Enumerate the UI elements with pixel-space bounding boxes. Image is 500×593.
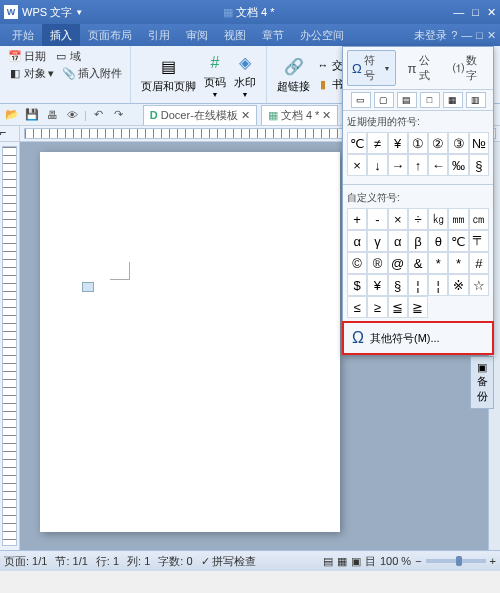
symbol-cell[interactable]: * — [428, 252, 448, 274]
preset-5[interactable]: ▦ — [443, 92, 463, 108]
symbol-cell[interactable]: ② — [428, 132, 448, 154]
date-button[interactable]: 📅日期 — [6, 48, 48, 65]
menu-view[interactable]: 视图 — [216, 24, 254, 46]
symbol-cell[interactable]: α — [347, 230, 367, 252]
symbol-cell[interactable]: ① — [408, 132, 428, 154]
symbol-cell[interactable]: ※ — [448, 274, 468, 296]
attach-button[interactable]: 📎插入附件 — [60, 65, 124, 82]
symbol-cell[interactable]: ≤ — [347, 296, 367, 318]
symbol-cell[interactable]: ¥ — [388, 132, 408, 154]
symbol-cell[interactable]: → — [388, 154, 408, 176]
symbol-cell[interactable]: ¦ — [408, 274, 428, 296]
tab-close-icon-2[interactable]: ✕ — [322, 109, 331, 122]
status-chars[interactable]: 字数: 0 — [158, 554, 192, 569]
status-section[interactable]: 节: 1/1 — [55, 554, 87, 569]
symbol-cell[interactable]: * — [448, 252, 468, 274]
view-icon-1[interactable]: ▤ — [323, 555, 333, 568]
tab-docer[interactable]: DDocer-在线模板✕ — [143, 105, 257, 125]
view-icon-4[interactable]: 目 — [365, 554, 376, 569]
symbol-cell[interactable]: ≥ — [367, 296, 387, 318]
symbol-cell[interactable]: - — [367, 208, 387, 230]
restore-icon[interactable]: □ — [476, 29, 483, 41]
symbol-cell[interactable]: ℃ — [448, 230, 468, 252]
header-footer-button[interactable]: ▤页眉和页脚 — [137, 54, 200, 96]
app-menu-arrow[interactable]: ▼ — [75, 8, 83, 17]
redo-icon[interactable]: ↷ — [111, 107, 127, 123]
symbol-cell[interactable]: ¥ — [367, 274, 387, 296]
symbol-cell[interactable]: ☆ — [469, 274, 489, 296]
close-icon-2[interactable]: ✕ — [487, 29, 496, 42]
ruler-v-scale[interactable] — [2, 146, 17, 546]
symbol-cell[interactable]: ‰ — [448, 154, 468, 176]
symbol-cell[interactable]: × — [347, 154, 367, 176]
preset-3[interactable]: ▤ — [397, 92, 417, 108]
preset-2[interactable]: ▢ — [374, 92, 394, 108]
menu-insert[interactable]: 插入 — [42, 24, 80, 46]
symbol-cell[interactable]: ≦ — [388, 296, 408, 318]
symbol-cell[interactable]: ℃ — [347, 132, 367, 154]
preset-4[interactable]: □ — [420, 92, 440, 108]
preset-1[interactable]: ▭ — [351, 92, 371, 108]
view-icon-3[interactable]: ▣ — [351, 555, 361, 568]
symbol-cell[interactable]: 〒 — [469, 230, 489, 252]
tab-doc4[interactable]: ▦文档 4 *✕ — [261, 105, 339, 125]
document-page[interactable] — [40, 152, 340, 532]
status-spell[interactable]: ✓拼写检查 — [201, 554, 256, 569]
symbol-cell[interactable]: § — [388, 274, 408, 296]
symbol-cell[interactable]: ㎏ — [428, 208, 448, 230]
tab-close-icon[interactable]: ✕ — [241, 109, 250, 122]
symbol-cell[interactable]: × — [388, 208, 408, 230]
symbol-cell[interactable]: ㎜ — [448, 208, 468, 230]
symbol-cell[interactable]: γ — [367, 230, 387, 252]
menu-page-layout[interactable]: 页面布局 — [80, 24, 140, 46]
symbol-cell[interactable]: @ — [388, 252, 408, 274]
menu-review[interactable]: 审阅 — [178, 24, 216, 46]
menu-start[interactable]: 开始 — [4, 24, 42, 46]
undo-icon[interactable]: ↶ — [91, 107, 107, 123]
tab-number[interactable]: ⑴数字 — [449, 50, 489, 86]
open-icon[interactable]: 📂 — [4, 107, 20, 123]
tab-formula[interactable]: π公式 — [404, 50, 442, 86]
zoom-out-icon[interactable]: − — [415, 555, 421, 567]
symbol-cell[interactable]: ≧ — [408, 296, 428, 318]
help-icon[interactable]: ? — [451, 29, 457, 41]
symbol-cell[interactable]: # — [469, 252, 489, 274]
close-icon[interactable]: ✕ — [487, 6, 496, 19]
symbol-cell[interactable]: θ — [428, 230, 448, 252]
symbol-cell[interactable]: ③ — [448, 132, 468, 154]
menu-chapter[interactable]: 章节 — [254, 24, 292, 46]
symbol-cell[interactable]: № — [469, 132, 489, 154]
field-button[interactable]: ▭域 — [52, 48, 83, 65]
symbol-cell[interactable]: β — [408, 230, 428, 252]
zoom-in-icon[interactable]: + — [490, 555, 496, 567]
symbol-cell[interactable]: § — [469, 154, 489, 176]
symbol-cell[interactable]: $ — [347, 274, 367, 296]
print-icon[interactable]: 🖶 — [44, 107, 60, 123]
symbol-cell[interactable]: ≠ — [367, 132, 387, 154]
pagenum-button[interactable]: #页码▼ — [200, 50, 230, 100]
symbol-cell[interactable]: α — [388, 230, 408, 252]
symbol-cell[interactable]: ↑ — [408, 154, 428, 176]
maximize-icon[interactable]: □ — [472, 6, 479, 19]
symbol-cell[interactable]: ¦ — [428, 274, 448, 296]
object-button[interactable]: ◧对象▾ — [6, 65, 56, 82]
symbol-cell[interactable]: & — [408, 252, 428, 274]
save-icon[interactable]: 💾 — [24, 107, 40, 123]
login-status[interactable]: 未登录 — [414, 28, 447, 43]
minimize-icon[interactable]: — — [453, 6, 464, 19]
symbol-cell[interactable]: + — [347, 208, 367, 230]
inline-image-placeholder[interactable] — [82, 282, 94, 292]
symbol-cell[interactable]: ↓ — [367, 154, 387, 176]
menu-references[interactable]: 引用 — [140, 24, 178, 46]
symbol-cell[interactable]: © — [347, 252, 367, 274]
other-symbols-button[interactable]: Ω 其他符号(M)... — [342, 321, 494, 355]
menu-office[interactable]: 办公空间 — [292, 24, 352, 46]
status-page[interactable]: 页面: 1/1 — [4, 554, 47, 569]
hyperlink-button[interactable]: 🔗超链接 — [273, 54, 314, 96]
symbol-cell[interactable]: ÷ — [408, 208, 428, 230]
symbol-cell[interactable]: ㎝ — [469, 208, 489, 230]
zoom-value[interactable]: 100 % — [380, 555, 411, 567]
tab-symbol[interactable]: Ω符号▼ — [347, 50, 396, 86]
symbol-cell[interactable]: ← — [428, 154, 448, 176]
zoom-slider[interactable] — [426, 559, 486, 563]
